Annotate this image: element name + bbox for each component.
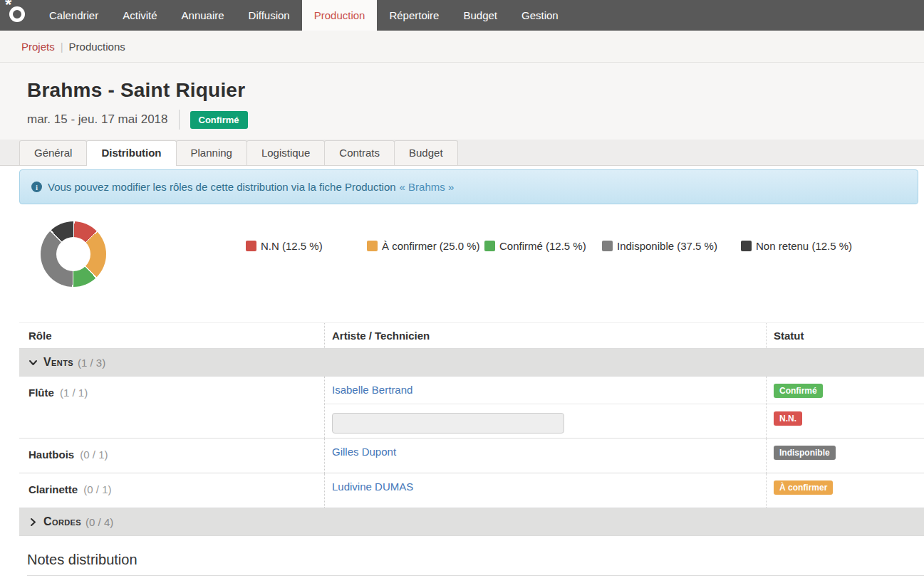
assignment-row: Gilles Dupont Indisponible <box>324 438 924 473</box>
group-row-vents[interactable]: Vents (1 / 3) <box>19 349 924 377</box>
nav-item-budget[interactable]: Budget <box>451 0 509 31</box>
distribution-chart-section: N.N (12.5 %) À confirmer (25.0 %) Confir… <box>0 204 924 322</box>
artist-input[interactable] <box>332 413 564 434</box>
group-count: (0 / 4) <box>85 516 113 528</box>
status-cell: À confirmer <box>766 473 924 508</box>
column-header-role: Rôle <box>19 323 324 348</box>
logo-circle-icon <box>9 6 25 22</box>
table-row-clarinette: Clarinette (0 / 1) Ludivine DUMAS À conf… <box>19 473 924 508</box>
legend-item-non-retenu: Non retenu (12.5 %) <box>741 240 852 252</box>
chevron-down-icon <box>28 358 38 367</box>
legend-item-a-confirmer: À confirmer (25.0 %) <box>367 240 480 252</box>
info-icon: i <box>31 182 42 192</box>
distribution-table: Rôle Artiste / Technicien Statut Vents (… <box>19 322 924 536</box>
role-name: Hautbois <box>28 448 74 461</box>
info-alert-text: Vous pouvez modifier les rôles de cette … <box>48 181 396 193</box>
column-header-artiste: Artiste / Technicien <box>324 323 766 348</box>
role-count: (0 / 1) <box>80 448 108 461</box>
role-cell: Flûte (1 / 1) <box>19 377 324 438</box>
chevron-right-icon <box>28 518 38 527</box>
assignment-row: Ludivine DUMAS À confirmer <box>324 473 924 508</box>
role-cell: Clarinette (0 / 1) <box>19 473 324 508</box>
breadcrumb-projets-link[interactable]: Projets <box>21 41 55 53</box>
legend-swatch-indisponible <box>602 241 613 251</box>
nav-item-gestion[interactable]: Gestion <box>509 0 571 31</box>
divider <box>179 110 180 130</box>
role-count: (0 / 1) <box>83 483 111 495</box>
donut-hole <box>56 237 90 271</box>
legend-label: Indisponible (37.5 %) <box>617 240 717 252</box>
status-badge: À confirmer <box>774 480 833 495</box>
nav-item-annuaire[interactable]: Annuaire <box>170 0 237 31</box>
nav-item-calendrier[interactable]: Calendrier <box>37 0 110 31</box>
artist-link[interactable]: Gilles Dupont <box>332 446 396 458</box>
app-root: * Calendrier Activité Annuaire Diffusion… <box>0 0 924 583</box>
artist-link[interactable]: Isabelle Bertrand <box>332 384 412 396</box>
role-cell: Hautbois (0 / 1) <box>19 438 324 473</box>
date-range: mar. 15 - jeu. 17 mai 2018 <box>27 112 168 127</box>
legend-label: Non retenu (12.5 %) <box>756 240 852 252</box>
table-row-hautbois: Hautbois (0 / 1) Gilles Dupont Indisponi… <box>19 438 924 473</box>
status-cell: Confirmé <box>766 377 924 404</box>
artist-cell: Ludivine DUMAS <box>324 473 766 508</box>
table-row-flute: Flûte (1 / 1) Isabelle Bertrand Confirmé <box>19 377 924 438</box>
legend-item-indisponible: Indisponible (37.5 %) <box>602 240 717 252</box>
role-count: (1 / 1) <box>60 387 88 399</box>
tab-distribution[interactable]: Distribution <box>86 140 176 166</box>
page-title: Brahms - Saint Riquier <box>27 79 924 102</box>
group-name: Vents <box>43 356 73 369</box>
donut-chart <box>41 221 106 287</box>
legend-label: À confirmer (25.0 %) <box>382 240 480 252</box>
legend-swatch-confirme <box>484 241 495 251</box>
nav-item-repertoire[interactable]: Répertoire <box>377 0 451 31</box>
role-name: Flûte <box>28 387 54 399</box>
legend-label: Confirmé (12.5 %) <box>499 240 586 252</box>
tab-general[interactable]: Général <box>19 140 87 165</box>
status-badge: N.N. <box>774 411 802 426</box>
tab-contrats[interactable]: Contrats <box>324 140 395 165</box>
group-count: (1 / 3) <box>78 357 105 369</box>
role-name: Clarinette <box>28 483 78 495</box>
legend-swatch-nn <box>246 241 256 251</box>
tab-budget[interactable]: Budget <box>394 140 458 165</box>
legend-item-nn: N.N (12.5 %) <box>246 240 323 252</box>
group-row-cordes[interactable]: Cordes (0 / 4) <box>19 508 924 536</box>
legend-label: N.N (12.5 %) <box>261 240 323 252</box>
notes-section: Notes distribution Aucune information <box>27 552 924 583</box>
breadcrumb: Projets | Productions <box>0 31 924 63</box>
legend-item-confirme: Confirmé (12.5 %) <box>484 240 586 252</box>
nav-item-activite[interactable]: Activité <box>110 0 169 31</box>
production-status-badge: Confirmé <box>190 111 248 129</box>
nav-item-production[interactable]: Production <box>302 0 378 31</box>
group-name: Cordes <box>43 515 81 528</box>
status-cell: Indisponible <box>766 438 924 473</box>
column-header-statut: Statut <box>766 323 924 348</box>
legend-swatch-a-confirmer <box>367 241 378 251</box>
tab-logistique[interactable]: Logistique <box>246 140 325 165</box>
info-alert: i Vous pouvez modifier les rôles de cett… <box>19 169 918 204</box>
notes-title: Notes distribution <box>27 552 924 576</box>
breadcrumb-separator: | <box>61 41 63 53</box>
status-badge: Indisponible <box>774 446 836 460</box>
artist-cell: Isabelle Bertrand <box>324 377 766 404</box>
app-logo[interactable]: * <box>0 0 37 31</box>
tab-bar: Général Distribution Planning Logistique… <box>0 140 924 166</box>
artist-cell <box>324 404 766 438</box>
nav-item-diffusion[interactable]: Diffusion <box>237 0 302 31</box>
assignment-row: Isabelle Bertrand Confirmé <box>324 377 924 404</box>
artist-cell: Gilles Dupont <box>324 438 766 473</box>
production-brahms-link[interactable]: « Brahms » <box>400 181 455 193</box>
table-header-row: Rôle Artiste / Technicien Statut <box>19 322 924 349</box>
tab-planning[interactable]: Planning <box>176 140 247 165</box>
artist-link[interactable]: Ludivine DUMAS <box>332 480 413 493</box>
legend-swatch-non-retenu <box>741 241 752 251</box>
assignment-row: N.N. <box>324 404 924 438</box>
top-navbar: * Calendrier Activité Annuaire Diffusion… <box>0 0 924 31</box>
status-badge: Confirmé <box>774 384 823 398</box>
production-header: Brahms - Saint Riquier mar. 15 - jeu. 17… <box>0 63 924 140</box>
status-cell: N.N. <box>766 404 924 438</box>
breadcrumb-current-page: Productions <box>69 41 125 53</box>
